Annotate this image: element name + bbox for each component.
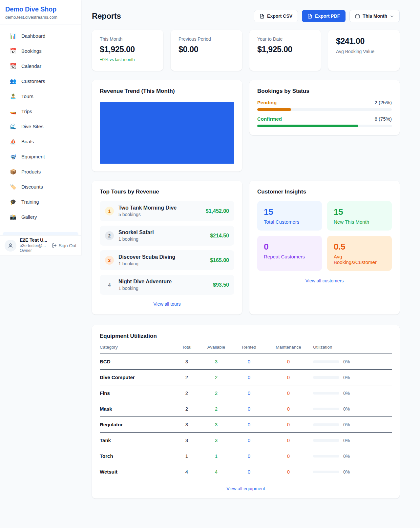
cell-available: 4 — [198, 469, 234, 475]
cell-rented: 0 — [234, 375, 264, 380]
sidebar-item[interactable]: 🎓 Training — [3, 195, 78, 208]
cell-available: 2 — [198, 375, 234, 380]
cell-available: 2 — [198, 390, 234, 396]
sidebar-item[interactable]: 📦 Products — [3, 165, 78, 178]
status-rows: Pending 2 (25%) Confirmed 6 (75%) — [257, 100, 392, 127]
cell-category: Wetsuit — [100, 469, 175, 475]
sidebar-item-reports-partial[interactable] — [3, 232, 78, 235]
utilization-track — [313, 471, 339, 473]
insight-label: Total Customers — [264, 219, 315, 225]
utilization-percent: 0% — [343, 391, 350, 396]
nav-item-icon: 💳 — [10, 229, 16, 230]
cell-category: BCD — [100, 359, 175, 364]
nav-item-label: Bookings — [21, 48, 42, 54]
tour-amount: $214.50 — [210, 233, 229, 239]
nav-item-icon: ⛵ — [10, 138, 16, 145]
stat-label: This Month — [100, 36, 156, 42]
period-label: This Month — [363, 13, 387, 19]
cell-maintenance: 0 — [264, 437, 313, 443]
stat-card: This Month $1,925.00 +0% vs last month — [92, 30, 163, 71]
insight-tile: 15 New This Month — [327, 201, 392, 231]
tour-bookings: 1 booking — [118, 261, 205, 266]
sidebar-item[interactable]: 📊 Dashboard — [3, 30, 78, 42]
table-row: BCD 3 3 0 0 0% — [100, 354, 392, 370]
stat-value: $1,925.00 — [257, 45, 313, 54]
cell-category: Fins — [100, 390, 175, 396]
utilization-track — [313, 455, 339, 457]
table-row: Regulator 3 3 0 0 0% — [100, 417, 392, 433]
page-title: Reports — [92, 11, 121, 21]
cell-total: 2 — [175, 390, 198, 396]
stat-value: $241.00 — [336, 36, 392, 46]
cell-rented: 0 — [234, 359, 264, 364]
utilization-track — [313, 408, 339, 410]
nav-item-label: Calendar — [21, 63, 41, 69]
app-subdomain: demo.test.divestreams.com — [5, 15, 76, 20]
tour-bookings: 1 booking — [118, 286, 208, 291]
table-row: Torch 1 1 0 0 0% — [100, 448, 392, 464]
nav-item-label: Tours — [21, 93, 33, 99]
sidebar-item[interactable]: 🏝️ Tours — [3, 90, 78, 103]
export-csv-label: Export CSV — [267, 13, 292, 19]
utilization-percent: 0% — [343, 406, 350, 412]
view-all-equipment-link[interactable]: View all equipment — [100, 486, 392, 491]
insight-label: Avg Bookings/Customer — [334, 254, 385, 265]
sidebar-item[interactable]: 🏷️ Discounts — [3, 180, 78, 193]
sidebar-item[interactable]: 📆 Calendar — [3, 60, 78, 72]
sidebar-item[interactable]: 📸 Gallery — [3, 211, 78, 223]
export-pdf-button[interactable]: Export PDF — [302, 10, 346, 22]
col-header-utilization: Utilization — [313, 345, 392, 350]
user-meta: E2E Test U... e2e-tester@... Owner — [20, 237, 47, 254]
cell-total: 2 — [175, 406, 198, 412]
view-all-customers-link[interactable]: View all customers — [257, 278, 392, 283]
nav-item-label: Training — [21, 199, 39, 205]
cell-total: 2 — [175, 375, 198, 380]
export-csv-button[interactable]: Export CSV — [254, 10, 298, 22]
cell-rented: 0 — [234, 406, 264, 412]
sidebar-item[interactable]: 🤿 Equipment — [3, 150, 78, 163]
equipment-table-body: BCD 3 3 0 0 0% Dive Co — [100, 354, 392, 479]
sidebar-item[interactable]: 👥 Customers — [3, 75, 78, 88]
cell-utilization: 0% — [313, 375, 392, 380]
sidebar-item[interactable]: 🚤 Trips — [3, 105, 78, 118]
main-content: Reports Export CSV Export PDF — [81, 0, 420, 512]
nav-item-icon: 🎓 — [10, 199, 16, 205]
nav-item-icon: 👥 — [10, 78, 16, 84]
cell-rented: 0 — [234, 422, 264, 427]
tour-bookings: 1 booking — [118, 236, 205, 242]
sidebar: Demo Dive Shop demo.test.divestreams.com… — [0, 0, 81, 255]
sidebar-item[interactable]: 📅 Bookings — [3, 45, 78, 57]
cell-maintenance: 0 — [264, 453, 313, 459]
revenue-trend-card: Revenue Trend (This Month) — [92, 80, 242, 172]
tour-amount: $93.50 — [213, 282, 229, 288]
nav-item-label: Dashboard — [21, 33, 45, 39]
insight-tile: 0.5 Avg Bookings/Customer — [327, 236, 392, 271]
sidebar-item[interactable]: ⛵ Boats — [3, 135, 78, 148]
cell-total: 1 — [175, 453, 198, 459]
insight-tile: 0 Repeat Customers — [257, 236, 322, 271]
insight-tiles: 15 Total Customers 15 New This Month 0 R… — [257, 201, 392, 271]
utilization-percent: 0% — [343, 454, 350, 459]
nav-item-label: Customers — [21, 78, 45, 84]
bookings-by-status-card: Bookings by Status Pending 2 (25%) — [249, 80, 400, 135]
nav-item-icon: 🏷️ — [10, 184, 16, 190]
sidebar-item[interactable]: 🌊 Dive Sites — [3, 120, 78, 133]
cell-utilization: 0% — [313, 391, 392, 396]
sign-out-icon — [52, 243, 57, 248]
cell-utilization: 0% — [313, 454, 392, 459]
top-tours-card: Top Tours by Revenue 1 Two Tank Morning … — [92, 181, 242, 315]
nav-item-label: POS — [21, 229, 32, 230]
period-dropdown[interactable]: This Month — [349, 10, 400, 22]
nav-item-icon: 🚤 — [10, 108, 16, 114]
sidebar-item[interactable]: 💳 POS — [3, 226, 78, 230]
tour-rank-badge: 4 — [105, 280, 114, 289]
tour-rank-badge: 2 — [105, 231, 114, 240]
equipment-utilization-card: Equipment Utilization Category Total Ava… — [92, 325, 400, 498]
view-all-tours-link[interactable]: View all tours — [100, 301, 234, 307]
user-role: Owner — [20, 248, 47, 254]
insight-value: 15 — [334, 207, 385, 217]
cell-utilization: 0% — [313, 359, 392, 364]
tour-rank-badge: 1 — [105, 207, 114, 215]
file-icon — [307, 14, 312, 19]
sign-out-button[interactable]: Sign Out — [52, 243, 76, 248]
